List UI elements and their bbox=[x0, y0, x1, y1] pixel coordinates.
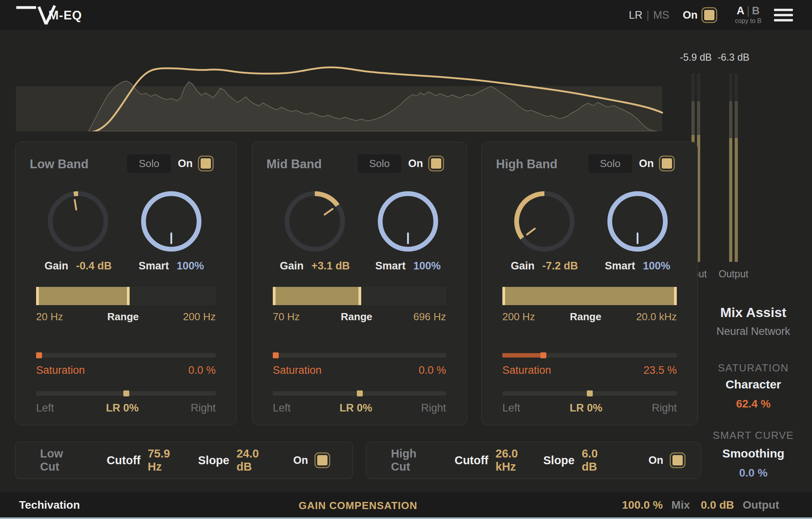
pan-slider[interactable] bbox=[502, 391, 677, 396]
smart-knob[interactable] bbox=[137, 187, 205, 256]
smart-value[interactable]: 100% bbox=[176, 260, 204, 272]
saturation-slider[interactable] bbox=[502, 353, 677, 358]
gain-label: Gain bbox=[44, 260, 68, 272]
high-cut-title: High Cut bbox=[391, 447, 416, 473]
saturation-slider[interactable] bbox=[273, 353, 446, 358]
range-max[interactable]: 696 Hz bbox=[414, 311, 446, 323]
range-min[interactable]: 20 Hz bbox=[36, 311, 63, 323]
slope-value[interactable]: 6.0 dB bbox=[582, 447, 598, 473]
smart-value[interactable]: 100% bbox=[413, 260, 440, 272]
gain-value[interactable]: +3.1 dB bbox=[311, 260, 350, 272]
plugin-window: M-EQ LR|MS On A|B copy to B -5.9 dB -6.3… bbox=[0, 0, 812, 519]
range-low-handle[interactable] bbox=[502, 287, 505, 305]
high-cut-toggle[interactable] bbox=[670, 452, 686, 468]
saturation-handle[interactable] bbox=[273, 352, 279, 358]
range-low-handle[interactable] bbox=[36, 287, 39, 305]
saturation-slider[interactable] bbox=[36, 353, 216, 358]
cutoff-value[interactable]: 75.9 Hz bbox=[147, 447, 172, 473]
saturation-value[interactable]: 0.0 % bbox=[188, 364, 216, 377]
slope-value[interactable]: 24.0 dB bbox=[236, 447, 262, 473]
pan-right-label: Right bbox=[421, 402, 446, 414]
high-band-panel: High Band Solo On Gain -7.2 dB Smart 100… bbox=[481, 142, 698, 425]
window-resize-edge[interactable] bbox=[0, 517, 812, 519]
gain-value[interactable]: -7.2 dB bbox=[542, 260, 578, 272]
channel-mode-switch[interactable]: LR|MS bbox=[629, 9, 669, 21]
range-low-handle[interactable] bbox=[273, 287, 276, 305]
brand-name: Techivation bbox=[19, 499, 80, 511]
mode-lr[interactable]: LR bbox=[629, 9, 643, 21]
range-max[interactable]: 20.0 kHz bbox=[636, 311, 677, 323]
solo-button[interactable]: Solo bbox=[588, 154, 632, 173]
mid-band-panel: Mid Band Solo On Gain +3.1 dB Smart 100%… bbox=[252, 142, 467, 425]
bypass-on-label: On bbox=[683, 9, 698, 21]
menu-icon[interactable] bbox=[774, 9, 793, 24]
range-high-handle[interactable] bbox=[674, 287, 677, 305]
smart-value[interactable]: 100% bbox=[643, 260, 670, 272]
saturation-handle[interactable] bbox=[36, 352, 42, 358]
cutoff-value[interactable]: 26.0 kHz bbox=[496, 447, 518, 473]
smoothing-value[interactable]: 0.0 % bbox=[702, 467, 805, 479]
solo-button[interactable]: Solo bbox=[127, 154, 171, 173]
low-cut-toggle[interactable] bbox=[314, 452, 330, 468]
range-label: Range bbox=[107, 311, 139, 323]
pan-handle[interactable] bbox=[123, 390, 129, 396]
output-meter-label: Output bbox=[710, 268, 757, 280]
slope-label: Slope bbox=[198, 454, 229, 467]
range-min[interactable]: 200 Hz bbox=[502, 311, 535, 323]
high-cut-panel: High Cut Cutoff 26.0 kHz Slope 6.0 dB On bbox=[366, 442, 701, 479]
gain-value[interactable]: -0.4 dB bbox=[76, 260, 112, 272]
pan-value[interactable]: LR 0% bbox=[339, 402, 372, 414]
gain-knob[interactable] bbox=[281, 187, 349, 256]
output-gain-value[interactable]: 0.0 dB bbox=[701, 499, 734, 511]
mix-value[interactable]: 100.0 % bbox=[622, 499, 663, 511]
pan-value[interactable]: LR 0% bbox=[570, 402, 603, 414]
ab-compare[interactable]: A|B copy to B bbox=[732, 5, 765, 25]
cut-on-label: On bbox=[293, 454, 308, 467]
pan-slider[interactable] bbox=[36, 391, 216, 396]
pan-value[interactable]: LR 0% bbox=[106, 402, 139, 414]
cutoff-label: Cutoff bbox=[107, 454, 140, 467]
character-label: Character bbox=[702, 378, 805, 391]
band-title: Mid Band bbox=[266, 157, 322, 171]
ab-b[interactable]: B bbox=[752, 5, 760, 17]
pan-slider[interactable] bbox=[273, 391, 446, 396]
smart-knob[interactable] bbox=[374, 187, 442, 256]
output-meter bbox=[729, 73, 738, 262]
range-slider[interactable] bbox=[502, 287, 677, 305]
smart-label: Smart bbox=[375, 260, 406, 272]
gain-knob[interactable] bbox=[510, 187, 578, 256]
ab-a[interactable]: A bbox=[737, 5, 745, 17]
gain-label: Gain bbox=[280, 260, 304, 272]
character-value[interactable]: 62.4 % bbox=[702, 398, 805, 410]
copy-to-b-button[interactable]: copy to B bbox=[732, 17, 765, 25]
range-label: Range bbox=[570, 311, 601, 323]
range-slider[interactable] bbox=[36, 287, 216, 305]
bypass-toggle[interactable] bbox=[701, 7, 717, 23]
gain-knob[interactable] bbox=[44, 187, 112, 256]
range-min[interactable]: 70 Hz bbox=[273, 311, 300, 323]
pan-handle[interactable] bbox=[357, 390, 363, 396]
pan-handle[interactable] bbox=[587, 390, 593, 396]
range-max[interactable]: 200 Hz bbox=[183, 311, 216, 323]
saturation-handle[interactable] bbox=[540, 352, 546, 358]
band-on-toggle[interactable] bbox=[198, 156, 214, 171]
band-on-toggle[interactable] bbox=[428, 156, 444, 171]
output-meter-right-bar bbox=[735, 73, 738, 262]
range-slider[interactable] bbox=[273, 287, 446, 305]
smart-knob[interactable] bbox=[603, 187, 672, 256]
range-high-handle[interactable] bbox=[358, 287, 361, 305]
solo-button[interactable]: Solo bbox=[358, 154, 401, 173]
mode-ms[interactable]: MS bbox=[653, 9, 670, 21]
pan-right-label: Right bbox=[652, 402, 677, 414]
saturation-value[interactable]: 0.0 % bbox=[419, 364, 446, 377]
low-cut-title: Low Cut bbox=[40, 447, 69, 473]
spectrum-display[interactable] bbox=[15, 35, 681, 131]
smart-curve-section-header: SMART CURVE bbox=[702, 429, 805, 442]
gain-compensation-button[interactable]: GAIN COMPENSATION bbox=[299, 500, 417, 512]
saturation-label: Saturation bbox=[36, 364, 85, 377]
gain-label: Gain bbox=[511, 260, 534, 272]
range-high-handle[interactable] bbox=[127, 287, 130, 305]
mix-assist-title[interactable]: Mix Assist bbox=[702, 305, 805, 320]
band-on-toggle[interactable] bbox=[659, 156, 675, 171]
saturation-value[interactable]: 23.5 % bbox=[643, 364, 677, 377]
